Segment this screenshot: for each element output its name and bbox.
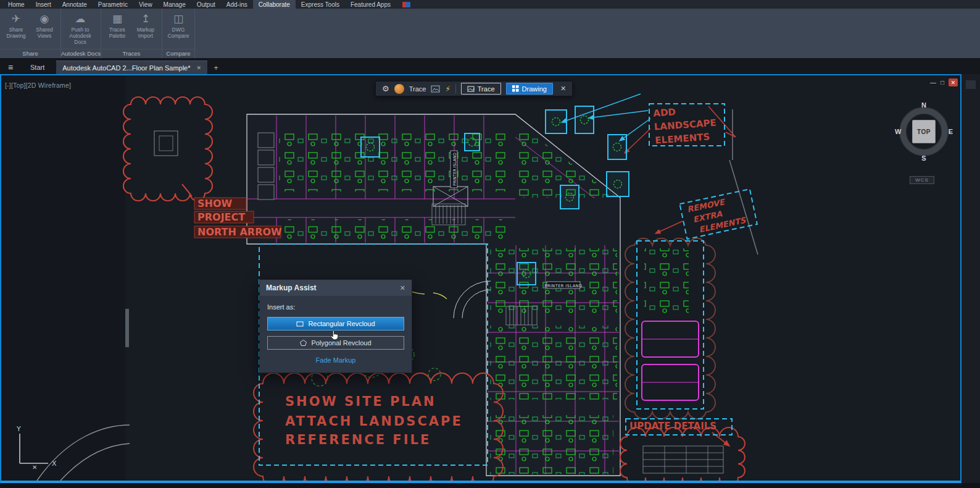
trace-close-icon[interactable]: ✕ [560, 85, 566, 93]
ucs-x-label: X [52, 460, 57, 468]
shared-views-icon: ◉ [40, 12, 49, 26]
ribbon-group-autodesk-docs: ☁ Push to Autodesk Docs Autodesk Docs [61, 9, 101, 58]
traces-palette-button[interactable]: ▦ Traces Palette [103, 12, 131, 40]
paper-plane-icon: ✈ [12, 12, 20, 26]
drawing-window: SHOW PROJECT NORTH ARROW ADD LANDSCAPE E… [0, 74, 961, 483]
pentagon-icon [300, 340, 307, 346]
button-label: Markup Import [131, 27, 160, 40]
menu-item-view[interactable]: View [133, 0, 158, 9]
button-label: Share Drawing [2, 27, 30, 40]
hamburger-menu-icon[interactable]: ≡ [2, 61, 19, 74]
svg-text:NORTH ARROW: NORTH ARROW [197, 226, 282, 238]
menubar: Home Insert Annotate Parametric View Man… [0, 0, 980, 9]
viewcube-west[interactable]: W [895, 128, 901, 135]
hand-cursor-icon [329, 329, 341, 342]
tab-start[interactable]: Start [20, 61, 54, 74]
viewcube-top-face[interactable]: TOP [912, 120, 936, 143]
ucs-origin-marker: ✕ [32, 464, 37, 471]
svg-text:PRINTER ISLAND: PRINTER ISLAND [544, 284, 582, 288]
polygonal-revcloud-label: Polygonal Revcloud [311, 339, 371, 347]
rectangle-icon [296, 321, 304, 327]
minimize-icon[interactable]: — [930, 78, 936, 86]
ucs-y-label: Y [16, 425, 21, 433]
shared-views-button[interactable]: ◉ Shared Views [30, 12, 59, 40]
menu-item-add-ins[interactable]: Add-ins [221, 0, 253, 9]
ucs-icon: Y X ✕ [9, 425, 64, 472]
dwg-compare-button[interactable]: ◫ DWG Compare [164, 12, 193, 40]
language-flag-icon [402, 2, 410, 7]
svg-text:LANDSCAPE: LANDSCAPE [654, 117, 716, 133]
svg-text:PROJECT: PROJECT [197, 211, 245, 223]
add-landscape-note: ADD LANDSCAPE ELEMENTS [653, 104, 718, 146]
svg-text:ELEMENTS: ELEMENTS [655, 131, 710, 146]
button-label: Push to Autodesk Docs [63, 27, 98, 45]
model-space-canvas[interactable]: SHOW PROJECT NORTH ARROW ADD LANDSCAPE E… [1, 75, 960, 481]
drawing-mode-button[interactable]: Drawing [506, 83, 553, 95]
wcs-selector[interactable]: WCS [910, 176, 934, 184]
document-window-controls: — □ ✕ [930, 78, 958, 86]
avatar[interactable] [394, 84, 404, 94]
status-bar [0, 483, 980, 488]
share-drawing-button[interactable]: ✈ Share Drawing [2, 12, 30, 40]
restore-icon[interactable]: □ [941, 78, 944, 86]
scrollbar-thumb[interactable] [966, 80, 976, 89]
button-label: DWG Compare [164, 27, 193, 40]
ribbon-group-label-share[interactable]: Share [0, 49, 60, 58]
gear-icon[interactable]: ⚙ [382, 84, 389, 93]
palette-icon: ▦ [112, 12, 122, 26]
viewcube-north[interactable]: N [921, 101, 926, 109]
button-label: Traces Palette [103, 27, 131, 40]
ribbon-group-label-traces[interactable]: Traces [101, 49, 162, 58]
svg-text:REFERENCE FILE: REFERENCE FILE [285, 432, 431, 447]
menu-item-featured-apps[interactable]: Featured Apps [345, 0, 396, 9]
menu-item-output[interactable]: Output [191, 0, 221, 9]
ribbon-group-traces: ▦ Traces Palette ↥ Markup Import Traces [101, 9, 162, 58]
new-tab-button[interactable]: + [209, 61, 223, 74]
drawing-mode-label: Drawing [522, 85, 547, 93]
viewport-controls-label[interactable]: [-][Top][2D Wireframe] [5, 82, 71, 89]
tab-document[interactable]: Autodesk AutoCAD 2...Floor Plan Sample* … [56, 61, 207, 74]
svg-text:PRINTER ISLAND: PRINTER ISLAND [452, 153, 457, 186]
printer-island-label-vertical: PRINTER ISLAND [451, 151, 457, 188]
close-icon[interactable]: ✕ [949, 78, 958, 86]
ribbon-group-compare: ◫ DWG Compare Compare [162, 9, 195, 58]
trace-mode-button[interactable]: Trace [461, 83, 501, 95]
push-to-autodesk-docs-button[interactable]: ☁ Push to Autodesk Docs [63, 12, 98, 45]
revision-cloud-north-arrow [123, 97, 212, 201]
viewcube-south[interactable]: S [921, 154, 926, 162]
grid-icon [512, 85, 519, 92]
svg-text:ATTACH LANDSCAPE: ATTACH LANDSCAPE [285, 414, 463, 429]
dialog-titlebar[interactable]: Markup Assist ✕ [260, 280, 412, 296]
rectangular-revcloud-button[interactable]: Rectangular Revcloud [267, 317, 404, 330]
tab-document-label: Autodesk AutoCAD 2...Floor Plan Sample* [62, 64, 190, 72]
menu-item-annotate[interactable]: Annotate [57, 0, 93, 9]
menu-item-manage[interactable]: Manage [158, 0, 191, 9]
trace-name-label: Trace [409, 85, 426, 93]
menu-item-collaborate[interactable]: Collaborate [253, 0, 296, 9]
toolbar-divider [455, 84, 456, 93]
menu-item-express-tools[interactable]: Express Tools [296, 0, 345, 9]
floorplan-svg: SHOW PROJECT NORTH ARROW ADD LANDSCAPE E… [1, 75, 960, 481]
ribbon-group-label-compare[interactable]: Compare [162, 49, 194, 58]
viewcube-east[interactable]: E [949, 128, 953, 135]
printer-island-label: PRINTER ISLAND [544, 282, 582, 288]
menu-item-insert[interactable]: Insert [30, 0, 57, 9]
markup-assist-dialog: Markup Assist ✕ Insert as: Rectangular R… [259, 279, 412, 373]
ribbon-empty-area [195, 9, 980, 58]
lightning-icon[interactable]: ⚡ [445, 85, 450, 93]
site-plan-note: SHOW SITE PLAN ATTACH LANDSCAPE REFERENC… [285, 394, 463, 447]
markup-import-button[interactable]: ↥ Markup Import [131, 12, 160, 40]
viewcube[interactable]: N S W E TOP [895, 103, 952, 160]
ribbon-group-share: ✈ Share Drawing ◉ Shared Views Share [0, 9, 61, 58]
svg-text:ADD: ADD [653, 106, 676, 119]
trace-mode-label: Trace [478, 85, 495, 93]
menu-item-parametric[interactable]: Parametric [93, 0, 133, 9]
ribbon-group-label-autodesk-docs[interactable]: Autodesk Docs [61, 49, 101, 58]
tab-close-icon[interactable]: ✕ [197, 65, 202, 71]
menu-item-home[interactable]: Home [2, 0, 30, 9]
dialog-title: Markup Assist [266, 284, 317, 292]
fade-markup-link[interactable]: Fade Markup [267, 356, 404, 364]
trace-icon [467, 86, 475, 92]
image-icon[interactable] [431, 85, 440, 93]
dialog-close-icon[interactable]: ✕ [400, 284, 405, 292]
